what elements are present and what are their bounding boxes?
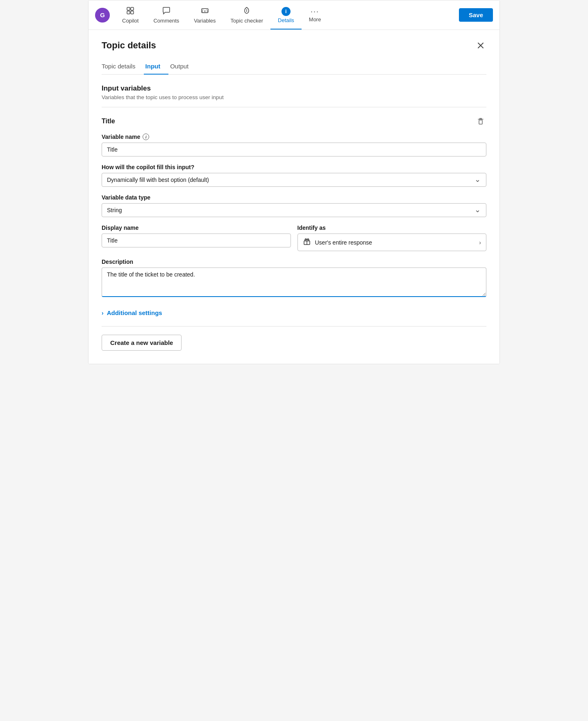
- identify-as-chevron-icon: ›: [479, 239, 481, 246]
- nav-items: Copilot Comments {x} V: [115, 4, 457, 26]
- variable-name-label: Variable name i: [102, 134, 486, 140]
- nav-item-more-label: More: [309, 16, 321, 23]
- data-type-label: Variable data type: [102, 194, 486, 201]
- identify-as-label: Identify as: [297, 224, 487, 231]
- topic-checker-icon: [242, 6, 251, 16]
- main-panel: Topic details Topic details Input Output…: [89, 30, 499, 364]
- nav-item-comments[interactable]: Comments: [146, 4, 186, 26]
- panel-title: Topic details: [102, 40, 156, 51]
- two-col-row: Display name Identify as: [102, 224, 486, 251]
- app-container: G Copilot: [88, 0, 500, 364]
- section-desc: Variables that the topic uses to process…: [102, 94, 486, 100]
- tab-input[interactable]: Input: [144, 59, 169, 75]
- additional-settings-toggle[interactable]: › Additional settings: [102, 306, 486, 320]
- section-title: Input variables: [102, 84, 486, 93]
- nav-item-copilot[interactable]: Copilot: [115, 4, 146, 26]
- nav-item-details[interactable]: i Details: [270, 5, 302, 26]
- comments-icon: [162, 6, 171, 16]
- more-icon: ···: [311, 8, 319, 15]
- close-icon: [477, 41, 485, 50]
- create-variable-label: Create a new variable: [110, 339, 173, 346]
- identify-icon: [303, 237, 311, 247]
- nav-item-comments-label: Comments: [153, 18, 179, 24]
- description-input[interactable]: The title of the ticket to be created.: [102, 268, 486, 297]
- bottom-divider: [102, 326, 486, 326]
- close-button[interactable]: [475, 40, 486, 51]
- input-variables-section: Input variables Variables that the topic…: [102, 84, 486, 320]
- tab-output[interactable]: Output: [168, 59, 197, 75]
- fill-input-field: How will the copilot fill this input? Dy…: [102, 164, 486, 187]
- section-divider: [102, 107, 486, 107]
- svg-rect-3: [131, 11, 134, 14]
- identify-as-field: Identify as Us: [297, 224, 487, 251]
- create-variable-button[interactable]: Create a new variable: [102, 335, 182, 351]
- data-type-field: Variable data type String Number Boolean…: [102, 194, 486, 217]
- top-nav: G Copilot: [89, 0, 499, 30]
- nav-item-topic-checker-label: Topic checker: [231, 18, 263, 24]
- delete-variable-button[interactable]: [475, 116, 486, 127]
- variable-block-title: Title Varia: [102, 116, 486, 320]
- variables-icon: {x}: [200, 6, 209, 16]
- data-type-select[interactable]: String Number Boolean Table: [102, 203, 486, 217]
- gift-icon: [303, 237, 311, 245]
- avatar: G: [95, 8, 110, 23]
- nav-item-details-label: Details: [278, 17, 294, 23]
- chevron-right-icon: ›: [102, 310, 104, 316]
- variable-block-name: Title: [102, 118, 115, 125]
- nav-item-variables[interactable]: {x} Variables: [186, 4, 223, 26]
- display-name-label: Display name: [102, 224, 291, 231]
- panel-header: Topic details: [102, 40, 486, 51]
- variable-name-info-icon[interactable]: i: [143, 134, 149, 140]
- svg-rect-10: [479, 120, 482, 124]
- tabs: Topic details Input Output: [102, 59, 486, 75]
- svg-text:{x}: {x}: [202, 9, 208, 13]
- nav-item-copilot-label: Copilot: [122, 18, 138, 24]
- details-icon: i: [282, 7, 291, 16]
- display-name-field: Display name: [102, 224, 291, 251]
- description-field: Description The title of the ticket to b…: [102, 258, 486, 299]
- nav-item-more[interactable]: ··· More: [302, 5, 329, 25]
- description-label: Description: [102, 258, 486, 265]
- svg-rect-1: [131, 7, 134, 10]
- svg-rect-2: [127, 11, 130, 14]
- nav-item-variables-label: Variables: [194, 18, 216, 24]
- identify-as-button[interactable]: User's entire response ›: [297, 234, 487, 251]
- display-name-input[interactable]: [102, 234, 291, 247]
- variable-name-input[interactable]: [102, 143, 486, 156]
- data-type-select-wrapper: String Number Boolean Table: [102, 203, 486, 217]
- identify-as-value: User's entire response: [315, 239, 372, 246]
- nav-item-topic-checker[interactable]: Topic checker: [223, 4, 270, 26]
- variable-block-header: Title: [102, 116, 486, 127]
- fill-input-select[interactable]: Dynamically fill with best option (defau…: [102, 173, 486, 187]
- additional-settings-label: Additional settings: [107, 309, 162, 316]
- svg-point-6: [246, 11, 247, 12]
- fill-input-label: How will the copilot fill this input?: [102, 164, 486, 170]
- save-button[interactable]: Save: [459, 8, 493, 22]
- tab-topic-details[interactable]: Topic details: [102, 59, 144, 75]
- copilot-icon: [126, 6, 135, 16]
- trash-icon: [477, 117, 485, 125]
- variable-name-field: Variable name i: [102, 134, 486, 156]
- fill-input-select-wrapper: Dynamically fill with best option (defau…: [102, 173, 486, 187]
- svg-rect-0: [127, 7, 130, 10]
